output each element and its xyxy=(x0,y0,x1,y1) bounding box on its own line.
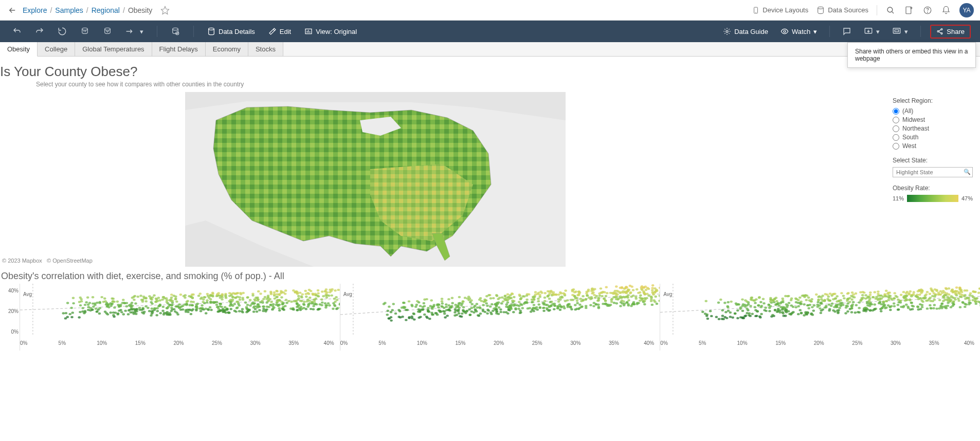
new-item-icon[interactable] xyxy=(904,5,914,15)
device-layouts-button[interactable]: Device Layouts xyxy=(752,6,808,15)
svg-point-204 xyxy=(70,316,73,318)
tab-economy[interactable]: Economy xyxy=(206,42,248,56)
svg-point-1786 xyxy=(894,292,896,294)
revert-button[interactable] xyxy=(55,25,70,38)
svg-point-1798 xyxy=(827,298,829,300)
comments-icon[interactable] xyxy=(839,25,855,38)
scatter-plot-1[interactable] xyxy=(20,284,340,335)
svg-point-22 xyxy=(726,30,728,32)
svg-point-1135 xyxy=(475,303,478,305)
svg-point-673 xyxy=(246,297,249,299)
svg-point-364 xyxy=(278,307,280,309)
svg-point-334 xyxy=(85,301,87,303)
region-radio-all[interactable]: (All) xyxy=(893,107,973,115)
worksheet-tabs: Obesity College Global Temperatures Flig… xyxy=(0,42,980,57)
svg-point-1592 xyxy=(848,301,851,303)
svg-point-1064 xyxy=(654,296,657,298)
region-radio-label: Midwest xyxy=(902,116,925,123)
undo-button[interactable] xyxy=(9,25,25,38)
svg-point-2098 xyxy=(877,299,879,301)
svg-point-2067 xyxy=(822,295,824,297)
region-radio-input[interactable] xyxy=(893,134,899,141)
tab-flight-delays[interactable]: Flight Delays xyxy=(152,42,206,56)
view-back-dropdown[interactable]: ▾ xyxy=(122,26,147,38)
scatter-panel-diet[interactable]: Avg 0% 5% 10% 15% 20% 25% 30% 35% 40% xyxy=(20,284,340,351)
tab-obesity[interactable]: Obesity xyxy=(0,42,38,57)
svg-point-2027 xyxy=(965,303,968,305)
search-icon[interactable] xyxy=(885,5,896,15)
svg-point-1423 xyxy=(434,312,437,314)
us-choropleth-map[interactable] xyxy=(185,92,566,267)
svg-point-1860 xyxy=(729,311,732,314)
svg-point-598 xyxy=(150,299,153,301)
svg-point-46 xyxy=(206,299,208,301)
breadcrumb-explore[interactable]: Explore xyxy=(23,6,47,14)
svg-point-1162 xyxy=(468,314,471,316)
svg-point-918 xyxy=(389,311,392,313)
view-original-button[interactable]: View: Original xyxy=(301,25,360,38)
svg-point-664 xyxy=(87,309,89,311)
svg-point-1425 xyxy=(630,296,632,298)
svg-point-158 xyxy=(237,301,239,303)
favorite-star-icon[interactable] xyxy=(160,6,170,15)
data-details-button[interactable]: Data Details xyxy=(204,25,258,38)
svg-point-526 xyxy=(315,297,317,299)
tab-college[interactable]: College xyxy=(38,42,75,56)
region-radio-input[interactable] xyxy=(893,117,899,123)
region-radio-northeast[interactable]: Northeast xyxy=(893,125,973,132)
region-radio-input[interactable] xyxy=(893,108,899,115)
region-radio-south[interactable]: South xyxy=(893,134,973,141)
svg-point-921 xyxy=(552,291,554,293)
region-radio-west[interactable]: West xyxy=(893,142,973,150)
scatter-plot-2[interactable] xyxy=(340,284,660,335)
svg-point-633 xyxy=(159,304,161,306)
svg-point-728 xyxy=(134,310,137,312)
svg-point-589 xyxy=(92,302,94,304)
tab-stocks[interactable]: Stocks xyxy=(248,42,283,56)
share-button[interactable]: Share xyxy=(930,25,971,39)
region-radio-input[interactable] xyxy=(893,125,899,132)
svg-point-1517 xyxy=(955,294,958,296)
scatter-y-axis: 40% 20% 0% xyxy=(0,284,20,335)
tab-global-temperatures[interactable]: Global Temperatures xyxy=(75,42,152,56)
svg-point-554 xyxy=(325,291,328,293)
scatter-plot-3[interactable] xyxy=(660,284,980,335)
notifications-bell-icon[interactable] xyxy=(941,5,951,15)
data-guide-button[interactable]: Data Guide xyxy=(720,25,771,38)
svg-point-2050 xyxy=(727,306,729,308)
svg-point-1985 xyxy=(891,299,894,301)
svg-point-966 xyxy=(557,293,560,296)
refresh-button[interactable] xyxy=(100,25,115,38)
breadcrumb-regional[interactable]: Regional xyxy=(92,6,120,14)
refresh-pause-button[interactable] xyxy=(77,25,93,38)
svg-point-2076 xyxy=(921,290,923,292)
svg-point-1938 xyxy=(971,295,974,297)
svg-point-1196 xyxy=(574,297,576,299)
download-dropdown-icon[interactable]: ▾ xyxy=(861,25,883,38)
edit-button[interactable]: Edit xyxy=(265,25,294,38)
svg-point-540 xyxy=(334,289,336,291)
data-sources-button[interactable]: Data Sources xyxy=(816,6,868,14)
svg-point-1670 xyxy=(964,306,966,308)
watch-dropdown[interactable]: Watch ▾ xyxy=(777,25,820,38)
svg-point-2080 xyxy=(785,308,788,310)
fullscreen-dropdown-icon[interactable]: ▾ xyxy=(889,25,911,38)
map-area[interactable]: © 2023 Mapbox © OpenStreetMap xyxy=(0,92,893,267)
back-arrow-button[interactable] xyxy=(6,4,19,16)
user-avatar[interactable]: YA xyxy=(959,3,974,17)
help-icon[interactable] xyxy=(922,5,933,15)
redo-button[interactable] xyxy=(32,25,47,38)
state-highlight-input[interactable] xyxy=(893,167,973,177)
breadcrumb-samples[interactable]: Samples xyxy=(55,6,83,14)
svg-point-120 xyxy=(188,295,190,297)
region-radio-midwest[interactable]: Midwest xyxy=(893,116,973,123)
svg-point-240 xyxy=(174,296,177,298)
scatter-panel-exercise[interactable]: Avg 0% 5% 10% 15% 20% 25% 30% 35% 40% xyxy=(340,284,660,351)
region-radio-input[interactable] xyxy=(893,143,899,150)
svg-point-546 xyxy=(235,307,238,309)
svg-point-1305 xyxy=(460,316,463,318)
svg-point-1360 xyxy=(511,300,514,302)
custom-views-button[interactable] xyxy=(168,25,183,38)
scatter-panel-smoking[interactable]: Avg 0% 5% 10% 15% 20% 25% 30% 35% 40% xyxy=(660,284,980,351)
search-icon[interactable]: 🔍 xyxy=(964,169,971,175)
